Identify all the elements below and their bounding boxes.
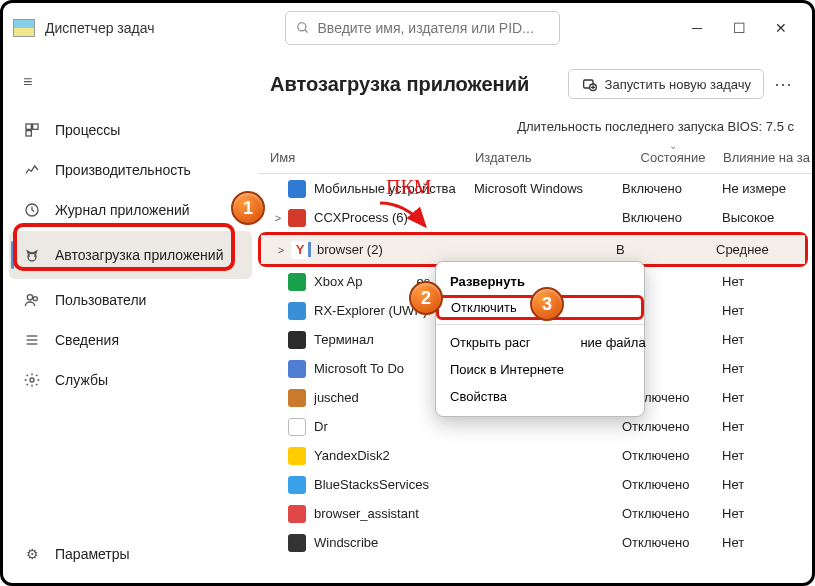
app-row-icon [288, 447, 306, 465]
sidebar-item-4[interactable]: Пользователи [9, 281, 252, 319]
row-state: Отключено [622, 419, 722, 434]
sidebar-item-6[interactable]: Службы [9, 361, 252, 399]
row-impact: Среднее [716, 242, 805, 257]
search-box[interactable] [285, 11, 560, 45]
table-row[interactable]: WindscribeОтключеноНет [258, 528, 812, 557]
row-name: YandexDisk2 [314, 448, 474, 463]
sidebar-item-label: Параметры [55, 546, 130, 562]
row-impact: Нет [722, 419, 812, 434]
svg-point-8 [33, 297, 37, 301]
row-name: browser (2) [308, 242, 468, 257]
row-name: Windscribe [314, 535, 474, 550]
nav-icon [23, 161, 41, 179]
row-impact: Высокое [722, 210, 812, 225]
row-impact: Нет [722, 361, 812, 376]
sidebar-item-1[interactable]: Производительность [9, 151, 252, 189]
annotation-badge-1: 1 [231, 191, 265, 225]
row-impact: Нет [722, 332, 812, 347]
app-row-icon: Y [291, 241, 309, 259]
app-row-icon [288, 331, 306, 349]
row-name: browser_assistant [314, 506, 474, 521]
expand-icon[interactable]: > [270, 212, 286, 224]
annotation-pkm: ПКМ [386, 176, 432, 199]
sidebar-item-0[interactable]: Процессы [9, 111, 252, 149]
row-name: BlueStacksServices [314, 477, 474, 492]
context-item[interactable]: Поиск в Интернете [436, 356, 644, 383]
maximize-button[interactable]: ☐ [730, 20, 748, 36]
sidebar-item-label: Пользователи [55, 292, 146, 308]
nav-icon [23, 201, 41, 219]
gear-icon: ⚙ [23, 545, 41, 563]
svg-rect-3 [33, 124, 38, 129]
table-row[interactable]: YandexDisk2ОтключеноНет [258, 441, 812, 470]
search-icon [296, 21, 310, 35]
run-new-task-button[interactable]: Запустить новую задачу [568, 69, 764, 99]
sort-indicator: ⌄ [669, 140, 677, 151]
page-title: Автозагрузка приложений [270, 73, 529, 96]
svg-line-1 [304, 30, 307, 33]
context-separator [436, 324, 644, 325]
context-item[interactable]: Открыть расгние файла [436, 329, 644, 356]
context-item[interactable]: Свойства [436, 383, 644, 410]
search-input[interactable] [318, 20, 549, 36]
app-title: Диспетчер задач [45, 20, 155, 36]
sidebar-item-label: Сведения [55, 332, 119, 348]
close-button[interactable]: ✕ [772, 20, 790, 36]
col-publisher[interactable]: Издатель [475, 150, 623, 165]
app-row-icon [288, 505, 306, 523]
svg-point-7 [27, 295, 32, 300]
sidebar-item-5[interactable]: Сведения [9, 321, 252, 359]
row-impact: Нет [722, 506, 812, 521]
expand-icon[interactable]: > [273, 244, 289, 256]
nav-icon [23, 371, 41, 389]
row-state: Отключено [622, 535, 722, 550]
table-row[interactable]: >Ybrowser (2)ВСреднее [261, 235, 805, 264]
nav-icon [23, 331, 41, 349]
row-impact: Нет [722, 390, 812, 405]
app-row-icon [288, 389, 306, 407]
row-state: В [616, 242, 716, 257]
app-icon [13, 19, 35, 37]
hamburger-button[interactable]: ≡ [9, 63, 252, 101]
sidebar-item-3[interactable]: Автозагрузка приложений [9, 231, 252, 279]
col-impact[interactable]: Влияние на за [723, 150, 812, 165]
svg-point-0 [297, 23, 305, 31]
nav-icon [23, 291, 41, 309]
row-state: Отключено [622, 448, 722, 463]
sidebar-item-label: Производительность [55, 162, 191, 178]
column-headers[interactable]: Имя Издатель ⌄Состояние Влияние на за [258, 144, 812, 174]
run-task-label: Запустить новую задачу [605, 77, 751, 92]
bios-text: Длительность последнего запуска BIOS: 7.… [258, 107, 812, 144]
row-impact: Нет [722, 303, 812, 318]
sidebar-item-label: Процессы [55, 122, 120, 138]
row-state: Включено [622, 181, 722, 196]
row-impact: Нет [722, 448, 812, 463]
table-row[interactable]: Мобильные устройстваMicrosoft WindowsВкл… [258, 174, 812, 203]
nav-icon [23, 246, 41, 264]
table-row[interactable]: browser_assistantОтключеноНет [258, 499, 812, 528]
more-button[interactable]: ⋯ [774, 73, 794, 95]
context-menu: РазвернутьОтключитьОткрыть расгние файла… [435, 261, 645, 417]
sidebar-item-2[interactable]: Журнал приложений [9, 191, 252, 229]
row-impact: Нет [722, 535, 812, 550]
row-name: Dr [314, 419, 474, 434]
table-row[interactable]: BlueStacksServicesОтключеноНет [258, 470, 812, 499]
app-row-icon [288, 360, 306, 378]
plus-icon [581, 76, 597, 92]
row-state: Отключено [622, 477, 722, 492]
app-row-icon [288, 209, 306, 227]
col-state[interactable]: ⌄Состояние [623, 150, 723, 165]
row-state: Включено [622, 210, 722, 225]
row-impact: Нет [722, 477, 812, 492]
nav-icon [23, 121, 41, 139]
col-name[interactable]: Имя [270, 150, 475, 165]
app-row-icon [288, 476, 306, 494]
svg-point-12 [30, 378, 34, 382]
sidebar-item-settings[interactable]: ⚙ Параметры [9, 535, 252, 573]
minimize-button[interactable]: ─ [688, 20, 706, 36]
table-row[interactable]: >CCXProcess (6)ВключеноВысокое [258, 203, 812, 232]
row-publisher: Microsoft Windows [474, 181, 622, 196]
app-row-icon [288, 180, 306, 198]
app-row-icon [288, 418, 306, 436]
app-row-icon [288, 534, 306, 552]
